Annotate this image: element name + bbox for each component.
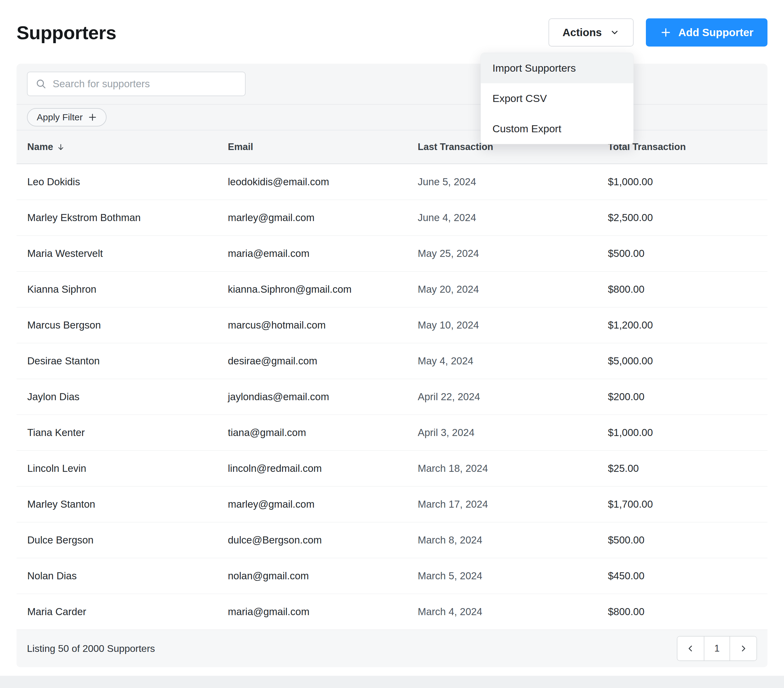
table-row[interactable]: Nolan Dias nolan@gmail.com March 5, 2024…: [16, 558, 768, 594]
search-box: [27, 72, 245, 96]
supporter-total-transaction: $450.00: [597, 558, 768, 594]
supporter-total-transaction: $200.00: [597, 379, 768, 415]
table-row[interactable]: Jaylon Dias jaylondias@email.com April 2…: [16, 379, 768, 415]
menu-item-import-supporters[interactable]: Import Supporters: [481, 53, 633, 83]
supporter-last-transaction: April 22, 2024: [407, 379, 597, 415]
supporter-last-transaction: March 5, 2024: [407, 558, 597, 594]
table-row[interactable]: Kianna Siphron kianna.Siphron@gmail.com …: [16, 272, 768, 308]
page-title: Supporters: [16, 22, 116, 43]
supporter-total-transaction: $500.00: [597, 522, 768, 558]
supporter-email: marcus@hotmail.com: [217, 308, 407, 343]
apply-filter-button[interactable]: Apply Filter: [27, 108, 107, 127]
table-row[interactable]: Marcus Bergson marcus@hotmail.com May 10…: [16, 308, 768, 343]
supporter-email: lincoln@redmail.com: [217, 451, 407, 486]
pagination: 1: [677, 636, 757, 661]
supporter-name: Lincoln Levin: [16, 451, 217, 486]
supporter-total-transaction: $25.00: [597, 451, 768, 486]
table-row[interactable]: Leo Dokidis leodokidis@email.com June 5,…: [16, 164, 768, 200]
supporter-last-transaction: March 8, 2024: [407, 522, 597, 558]
previous-page-button[interactable]: [677, 637, 704, 660]
supporter-email: nolan@gmail.com: [217, 558, 407, 594]
supporter-total-transaction: $1,200.00: [597, 308, 768, 343]
table-header-row: Name Email Last Transaction Total Transa…: [16, 130, 768, 164]
supporter-email: tiana@gmail.com: [217, 415, 407, 450]
supporter-total-transaction: $800.00: [597, 594, 768, 630]
supporter-total-transaction: $1,700.00: [597, 487, 768, 522]
supporter-name: Leo Dokidis: [16, 164, 217, 200]
supporter-email: maria@email.com: [217, 236, 407, 271]
supporter-email: desirae@gmail.com: [217, 343, 407, 379]
page-header: Supporters Actions Import Supporters Exp…: [0, 0, 784, 46]
actions-menu: Import Supporters Export CSV Custom Expo…: [481, 53, 634, 144]
supporter-name: Tiana Kenter: [16, 415, 217, 450]
supporter-name: Desirae Stanton: [16, 343, 217, 379]
supporter-total-transaction: $1,000.00: [597, 415, 768, 450]
supporter-total-transaction: $1,000.00: [597, 164, 768, 200]
supporter-name: Nolan Dias: [16, 558, 217, 594]
supporter-email: maria@gmail.com: [217, 594, 407, 630]
column-header-email[interactable]: Email: [217, 130, 407, 163]
column-header-name-label: Name: [27, 142, 53, 153]
table-row[interactable]: Marley Stanton marley@gmail.com March 17…: [16, 487, 768, 522]
supporter-last-transaction: May 25, 2024: [407, 236, 597, 271]
next-page-button[interactable]: [730, 637, 756, 660]
listing-summary: Listing 50 of 2000 Supporters: [27, 643, 155, 654]
supporters-table: Name Email Last Transaction Total Transa…: [16, 130, 768, 630]
add-supporter-button[interactable]: Add Supporter: [646, 18, 768, 46]
supporters-card: Apply Filter Name Email Last Transaction…: [16, 64, 768, 667]
chevron-down-icon: [610, 28, 619, 37]
supporter-last-transaction: April 3, 2024: [407, 415, 597, 450]
supporter-name: Maria Carder: [16, 594, 217, 630]
actions-dropdown-wrap: Actions Import Supporters Export CSV Cus…: [548, 18, 634, 46]
supporter-name: Jaylon Dias: [16, 379, 217, 415]
supporter-last-transaction: March 4, 2024: [407, 594, 597, 630]
supporter-last-transaction: May 20, 2024: [407, 272, 597, 307]
current-page-indicator: 1: [704, 637, 730, 660]
supporter-name: Maria Westervelt: [16, 236, 217, 271]
supporter-last-transaction: May 4, 2024: [407, 343, 597, 379]
supporter-total-transaction: $2,500.00: [597, 200, 768, 235]
page-bottom-strip: [0, 676, 784, 688]
table-row[interactable]: Desirae Stanton desirae@gmail.com May 4,…: [16, 343, 768, 379]
supporter-total-transaction: $5,000.00: [597, 343, 768, 379]
table-row[interactable]: Tiana Kenter tiana@gmail.com April 3, 20…: [16, 415, 768, 451]
plus-icon: [88, 113, 97, 122]
plus-icon: [660, 26, 672, 38]
supporter-email: kianna.Siphron@gmail.com: [217, 272, 407, 307]
supporter-last-transaction: March 18, 2024: [407, 451, 597, 486]
supporter-total-transaction: $800.00: [597, 272, 768, 307]
menu-item-custom-export[interactable]: Custom Export: [481, 114, 633, 144]
chevron-right-icon: [739, 644, 748, 653]
supporter-name: Kianna Siphron: [16, 272, 217, 307]
actions-button[interactable]: Actions: [548, 18, 634, 46]
table-row[interactable]: Maria Carder maria@gmail.com March 4, 20…: [16, 594, 768, 630]
actions-button-label: Actions: [563, 26, 602, 39]
menu-item-export-csv[interactable]: Export CSV: [481, 83, 633, 114]
header-actions: Actions Import Supporters Export CSV Cus…: [548, 18, 768, 46]
supporter-name: Marley Stanton: [16, 487, 217, 522]
supporter-name: Dulce Bergson: [16, 522, 217, 558]
supporter-last-transaction: June 4, 2024: [407, 200, 597, 235]
supporter-total-transaction: $500.00: [597, 236, 768, 271]
table-row[interactable]: Lincoln Levin lincoln@redmail.com March …: [16, 451, 768, 487]
table-row[interactable]: Maria Westervelt maria@email.com May 25,…: [16, 236, 768, 272]
supporter-email: leodokidis@email.com: [217, 164, 407, 200]
table-footer: Listing 50 of 2000 Supporters 1: [16, 630, 768, 667]
table-row[interactable]: Marley Ekstrom Bothman marley@gmail.com …: [16, 200, 768, 236]
search-icon: [36, 78, 46, 89]
filter-row: Apply Filter: [16, 104, 768, 130]
supporter-name: Marcus Bergson: [16, 308, 217, 343]
search-row: [16, 64, 768, 104]
table-body: Leo Dokidis leodokidis@email.com June 5,…: [16, 164, 768, 630]
supporter-last-transaction: March 17, 2024: [407, 487, 597, 522]
table-row[interactable]: Dulce Bergson dulce@Bergson.com March 8,…: [16, 522, 768, 558]
supporter-last-transaction: June 5, 2024: [407, 164, 597, 200]
supporter-email: marley@gmail.com: [217, 200, 407, 235]
supporter-name: Marley Ekstrom Bothman: [16, 200, 217, 235]
column-header-name[interactable]: Name: [16, 130, 217, 163]
supporter-email: dulce@Bergson.com: [217, 522, 407, 558]
supporter-email: jaylondias@email.com: [217, 379, 407, 415]
sort-descending-icon: [57, 143, 65, 151]
search-input[interactable]: [52, 78, 237, 90]
supporter-email: marley@gmail.com: [217, 487, 407, 522]
